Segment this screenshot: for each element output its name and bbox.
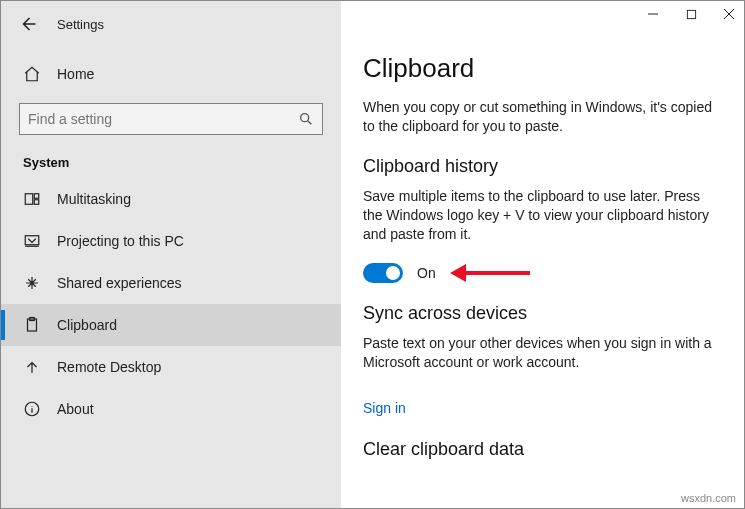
sidebar-nav: Multitasking Projecting to this PC Share… <box>1 178 341 430</box>
close-button[interactable] <box>722 7 736 21</box>
toggle-state-label: On <box>417 265 436 281</box>
back-icon[interactable] <box>19 15 37 33</box>
clear-heading: Clear clipboard data <box>363 439 722 460</box>
svg-rect-3 <box>34 200 39 205</box>
clipboard-history-toggle[interactable] <box>363 263 403 283</box>
sidebar-item-label: Shared experiences <box>57 275 182 291</box>
sidebar-item-multitasking[interactable]: Multitasking <box>1 178 341 220</box>
intro-text: When you copy or cut something in Window… <box>363 98 722 136</box>
app-title: Settings <box>57 17 104 32</box>
sidebar-home[interactable]: Home <box>1 55 341 93</box>
projecting-icon <box>23 232 41 250</box>
maximize-button[interactable] <box>684 7 698 21</box>
clipboard-history-desc: Save multiple items to the clipboard to … <box>363 187 722 244</box>
sidebar-item-label: About <box>57 401 94 417</box>
multitasking-icon <box>23 190 41 208</box>
sidebar-item-shared-experiences[interactable]: Shared experiences <box>1 262 341 304</box>
sidebar-item-label: Clipboard <box>57 317 117 333</box>
clipboard-history-heading: Clipboard history <box>363 156 722 177</box>
sidebar-item-remote-desktop[interactable]: Remote Desktop <box>1 346 341 388</box>
sidebar-group-title: System <box>1 149 341 178</box>
settings-window: Settings Home System Multitasking <box>0 0 745 509</box>
svg-rect-1 <box>25 194 33 205</box>
sidebar-item-label: Remote Desktop <box>57 359 161 375</box>
sidebar-item-label: Projecting to this PC <box>57 233 184 249</box>
content-pane: Clipboard When you copy or cut something… <box>341 1 744 508</box>
watermark: wsxdn.com <box>681 492 736 504</box>
annotation-arrow <box>450 263 530 283</box>
svg-rect-9 <box>687 10 695 18</box>
clipboard-history-toggle-row: On <box>363 263 722 283</box>
search-box[interactable] <box>19 103 323 135</box>
svg-rect-4 <box>25 236 39 245</box>
sidebar-item-label: Multitasking <box>57 191 131 207</box>
minimize-button[interactable] <box>646 7 660 21</box>
about-icon <box>23 400 41 418</box>
shared-experiences-icon <box>23 274 41 292</box>
remote-desktop-icon <box>23 358 41 376</box>
sidebar-home-label: Home <box>57 66 94 82</box>
svg-rect-2 <box>34 194 39 199</box>
page-title: Clipboard <box>363 53 722 84</box>
home-icon <box>23 65 41 83</box>
toggle-knob <box>386 266 400 280</box>
sidebar-item-about[interactable]: About <box>1 388 341 430</box>
sidebar: Settings Home System Multitasking <box>1 1 341 508</box>
clipboard-icon <box>23 316 41 334</box>
sync-desc: Paste text on your other devices when yo… <box>363 334 722 372</box>
search-input[interactable] <box>28 111 298 127</box>
sync-heading: Sync across devices <box>363 303 722 324</box>
sidebar-header: Settings <box>1 1 341 41</box>
svg-point-0 <box>301 114 309 122</box>
sidebar-item-clipboard[interactable]: Clipboard <box>1 304 341 346</box>
window-controls <box>646 7 736 21</box>
sign-in-link[interactable]: Sign in <box>363 400 406 416</box>
sidebar-item-projecting[interactable]: Projecting to this PC <box>1 220 341 262</box>
search-icon <box>298 111 314 127</box>
